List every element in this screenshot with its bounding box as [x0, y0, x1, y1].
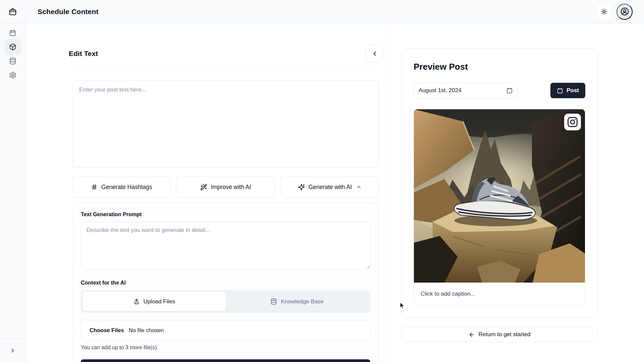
button-label: Generate Hashtags	[101, 184, 152, 191]
sidebar-item-calendar[interactable]	[5, 26, 21, 40]
chevron-up-icon	[356, 184, 362, 190]
prompt-label: Text Generation Prompt	[81, 211, 370, 218]
edit-text-header: Edit Text	[65, 23, 383, 70]
context-tabs: Upload Files Knowledge Base	[81, 290, 370, 313]
button-label: Improve with AI	[211, 184, 251, 191]
sidebar-item-database[interactable]	[5, 54, 21, 68]
sidebar-collapse-button[interactable]	[0, 339, 25, 362]
file-limit-helper: You can add up to 3 more file(s).	[81, 345, 370, 351]
sidebar-item-settings[interactable]	[5, 68, 21, 82]
package-icon	[9, 43, 16, 51]
chevron-left-icon	[371, 50, 378, 57]
date-value: August 1st, 2024	[419, 87, 462, 94]
sidebar	[0, 23, 26, 362]
edit-text-section: Edit Text Generate Hashtags	[26, 23, 390, 362]
text-generation-panel: Text Generation Prompt Context for the A…	[72, 203, 379, 362]
post-preview-card: Click to add caption...	[414, 109, 585, 306]
caption-input[interactable]: Click to add caption...	[414, 283, 585, 305]
preview-section: Preview Post August 1st, 2024	[390, 23, 644, 362]
briefcase-icon	[8, 7, 17, 16]
tab-label: Knowledge Base	[281, 298, 324, 305]
section-title: Edit Text	[69, 50, 98, 58]
calendar-icon	[557, 87, 563, 94]
generate-with-ai-button[interactable]: Generate with AI	[280, 176, 379, 198]
post-button[interactable]: Post	[550, 83, 585, 98]
ai-actions-row: Generate Hashtags Improve with AI	[72, 176, 379, 198]
top-bar: Schedule Content	[0, 0, 644, 23]
theme-toggle-button[interactable]	[596, 4, 612, 19]
generate-hashtags-button[interactable]: Generate Hashtags	[72, 176, 171, 198]
file-status-text: No file chosen	[129, 327, 164, 334]
instagram-badge	[564, 114, 581, 130]
sparkles-icon	[298, 184, 305, 191]
database-icon	[9, 57, 16, 65]
return-button-label: Return to get started	[479, 331, 531, 338]
instagram-icon	[567, 116, 578, 128]
tab-upload-files[interactable]: Upload Files	[83, 292, 226, 311]
collapse-panel-button[interactable]	[366, 45, 383, 62]
choose-files-button[interactable]: Choose Files	[90, 327, 124, 334]
account-button[interactable]	[616, 4, 633, 20]
file-upload-input[interactable]: Choose Files No file chosen	[81, 320, 370, 341]
preview-title: Preview Post	[414, 61, 585, 73]
post-text-input[interactable]	[72, 80, 379, 167]
generate-button[interactable]: Generate	[81, 359, 370, 362]
improve-with-ai-button[interactable]: Improve with AI	[176, 176, 275, 198]
tab-knowledge-base[interactable]: Knowledge Base	[226, 292, 369, 311]
user-circle-icon	[620, 7, 629, 16]
sun-icon	[600, 8, 608, 15]
page-title: Schedule Content	[38, 8, 99, 16]
sneaker-canyon-artwork	[414, 109, 585, 283]
post-button-label: Post	[567, 87, 579, 94]
preview-card: Preview Post August 1st, 2024	[401, 48, 598, 318]
return-button[interactable]: Return to get started	[401, 327, 598, 342]
context-label: Context for the AI	[81, 280, 370, 286]
tab-label: Upload Files	[144, 298, 175, 305]
hash-icon	[91, 184, 98, 190]
generation-prompt-input[interactable]	[81, 222, 370, 269]
app-logo[interactable]	[0, 0, 26, 23]
chevron-right-icon	[10, 348, 16, 354]
database-icon	[270, 298, 277, 305]
calendar-icon	[9, 29, 16, 37]
schedule-date-input[interactable]: August 1st, 2024	[414, 83, 518, 98]
wand-sparkles-icon	[200, 184, 207, 191]
calendar-icon	[506, 87, 513, 94]
button-label: Generate with AI	[309, 184, 352, 191]
gear-icon	[9, 71, 16, 79]
topbar-actions	[596, 4, 633, 20]
upload-icon	[133, 298, 140, 305]
sidebar-item-content[interactable]	[5, 39, 21, 55]
post-image[interactable]	[414, 109, 585, 283]
schedule-row: August 1st, 2024 Post	[414, 83, 585, 98]
arrow-left-icon	[469, 331, 475, 338]
